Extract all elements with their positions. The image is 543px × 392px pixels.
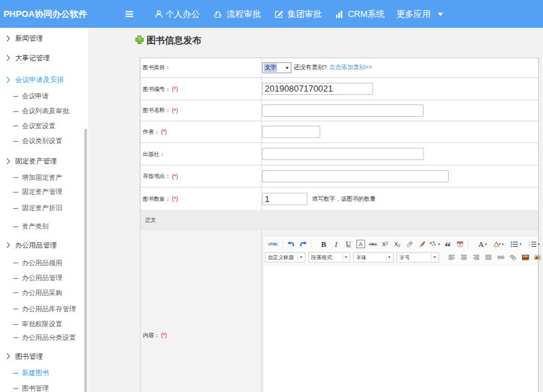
svg-text:2.: 2. [529,243,531,246]
